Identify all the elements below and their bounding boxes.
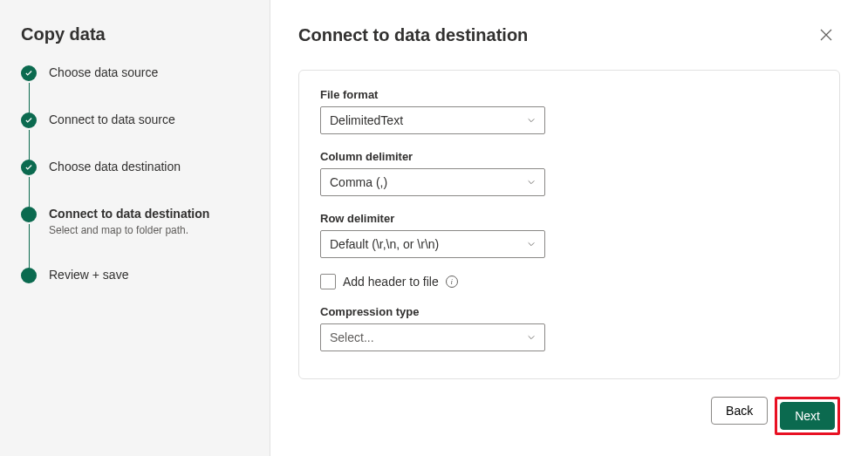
footer: Back Next xyxy=(298,379,840,435)
step-connect-to-data-destination[interactable]: Connect to data destination Select and m… xyxy=(21,207,249,268)
file-format-value: DelimitedText xyxy=(330,113,403,127)
add-header-label: Add header to file xyxy=(343,275,439,289)
upcoming-step-icon xyxy=(21,268,37,283)
row-delimiter-select[interactable]: Default (\r,\n, or \r\n) xyxy=(320,230,545,258)
chevron-down-icon xyxy=(527,116,536,125)
wizard-sidebar: Copy data Choose data source Connect to … xyxy=(0,0,270,456)
column-delimiter-select[interactable]: Comma (,) xyxy=(320,168,545,196)
close-button[interactable] xyxy=(812,21,840,49)
file-format-label: File format xyxy=(320,88,818,101)
step-connect-to-data-source[interactable]: Connect to data source xyxy=(21,112,249,160)
step-label: Choose data destination xyxy=(49,160,181,174)
next-button-highlight: Next xyxy=(775,397,840,435)
compression-label: Compression type xyxy=(320,305,818,318)
checkmark-icon xyxy=(21,65,37,81)
file-format-group: File format DelimitedText xyxy=(320,88,818,134)
chevron-down-icon xyxy=(527,333,536,342)
close-icon xyxy=(819,28,833,42)
checkmark-icon xyxy=(21,160,37,175)
row-delimiter-value: Default (\r,\n, or \r\n) xyxy=(330,237,439,251)
compression-placeholder: Select... xyxy=(330,330,374,344)
add-header-checkbox[interactable] xyxy=(320,274,336,289)
page-title: Connect to data destination xyxy=(298,25,528,45)
step-review-save[interactable]: Review + save xyxy=(21,268,249,283)
chevron-down-icon xyxy=(527,178,536,187)
column-delimiter-group: Column delimiter Comma (,) xyxy=(320,150,818,196)
step-sublabel: Select and map to folder path. xyxy=(49,224,209,236)
chevron-down-icon xyxy=(527,240,536,248)
add-header-row: Add header to file i xyxy=(320,274,818,289)
step-label: Connect to data source xyxy=(49,112,175,126)
row-delimiter-label: Row delimiter xyxy=(320,212,818,225)
step-label: Connect to data destination xyxy=(49,207,209,221)
step-choose-data-source[interactable]: Choose data source xyxy=(21,65,249,112)
back-button[interactable]: Back xyxy=(711,397,768,425)
next-button[interactable]: Next xyxy=(780,402,835,430)
step-label: Choose data source xyxy=(49,65,158,79)
form-card: File format DelimitedText Column delimit… xyxy=(298,70,840,379)
row-delimiter-group: Row delimiter Default (\r,\n, or \r\n) xyxy=(320,212,818,258)
main-header: Connect to data destination xyxy=(298,21,840,49)
step-label: Review + save xyxy=(49,268,128,282)
checkmark-icon xyxy=(21,112,37,128)
compression-group: Compression type Select... xyxy=(320,305,818,351)
file-format-select[interactable]: DelimitedText xyxy=(320,106,545,134)
info-icon[interactable]: i xyxy=(446,276,458,288)
compression-select[interactable]: Select... xyxy=(320,323,545,351)
sidebar-title: Copy data xyxy=(21,24,249,44)
step-choose-data-destination[interactable]: Choose data destination xyxy=(21,160,249,207)
column-delimiter-label: Column delimiter xyxy=(320,150,818,163)
column-delimiter-value: Comma (,) xyxy=(330,175,387,189)
wizard-steps: Choose data source Connect to data sourc… xyxy=(21,65,249,283)
main-panel: Connect to data destination File format … xyxy=(270,0,868,456)
current-step-icon xyxy=(21,207,37,222)
